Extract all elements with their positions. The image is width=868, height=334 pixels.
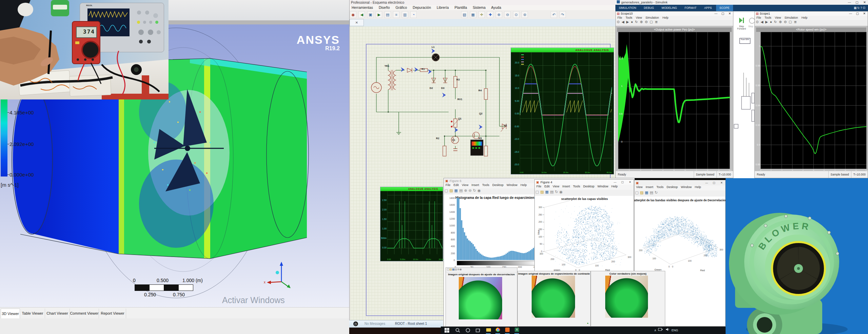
wire-icon[interactable]: ≡ [393, 11, 399, 18]
menu-file[interactable]: File [446, 183, 451, 187]
redo-icon[interactable]: ↷ [559, 11, 566, 18]
maximize-icon[interactable]: ▢ [856, 12, 859, 16]
stop-label[interactable]: Stop [748, 25, 753, 27]
pan-icon[interactable]: ✚ [487, 11, 493, 18]
analogue-analysis-window-1[interactable]: ANALOGUE ANALYSIS 20.015.010.05.000.00-5… [511, 48, 614, 174]
undo-icon[interactable]: ↶ [551, 11, 557, 18]
menu-help[interactable]: Help [663, 16, 668, 19]
search-icon[interactable] [455, 328, 460, 333]
tab-report-viewer[interactable]: Report Viewer [99, 309, 126, 318]
simulink-model-canvas[interactable]: Step Forward Stop Power 60Hz [733, 11, 754, 179]
ribbon-tab-apps[interactable]: APPS [701, 5, 715, 11]
sheet-icon[interactable]: ▤ [384, 11, 391, 18]
menu-desktop[interactable]: Desktop [667, 185, 678, 189]
menu-help[interactable]: Help [611, 185, 618, 188]
analogue-analysis-window-2[interactable]: ANALOGUE ANALYSIS 2.502.001.501.00500m0.… [380, 187, 443, 261]
menu-herramientas[interactable]: Herramientas [352, 5, 373, 10]
menu-libreria[interactable]: Librería [437, 5, 449, 10]
menu-diseno[interactable]: Diseño [379, 5, 390, 10]
ribbon-quick-icons[interactable]: ▦ ↻ ? ⊡ [854, 5, 865, 11]
maximize-icon[interactable]: ▢ [710, 180, 718, 185]
menu-file[interactable]: File [756, 16, 761, 19]
menu-edit[interactable]: Edit [545, 185, 550, 188]
menu-view[interactable]: View [462, 183, 468, 187]
minimize-icon[interactable]: — [848, 0, 851, 5]
figure-decorr-toolbar[interactable]: ▢▨▦▤↻ [634, 190, 725, 197]
close-icon[interactable]: ✕ [718, 180, 725, 185]
maximize-icon[interactable]: ▢ [619, 180, 626, 185]
menu-depuracion[interactable]: Depuración [413, 5, 431, 10]
play-icon[interactable]: ▶ [376, 11, 382, 18]
menu-help[interactable]: Help [802, 16, 807, 19]
grid-icon[interactable]: ▦ [470, 11, 476, 18]
menu-view[interactable]: View [553, 185, 559, 188]
close-icon[interactable]: ✕ [863, 0, 866, 5]
menu-simulation[interactable]: Simulation [785, 16, 798, 19]
menu-help[interactable]: Help [520, 183, 527, 187]
step-forward-icon[interactable] [738, 17, 745, 24]
menu-insert[interactable]: Insert [562, 185, 570, 188]
menu-desktop[interactable]: Desktop [583, 185, 594, 188]
ribbon-tab-format[interactable]: FORMAT [681, 5, 700, 11]
menu-window[interactable]: Window [597, 185, 608, 188]
menu-tools[interactable]: Tools [482, 183, 489, 187]
menu-desktop[interactable]: Desktop [492, 183, 504, 187]
tab-comment-viewer[interactable]: Comment Viewer [70, 309, 99, 318]
page-icon[interactable]: ▧ [461, 11, 468, 18]
step-forward-label2[interactable]: Forward [734, 27, 749, 30]
menu-sistema[interactable]: Sistema [473, 5, 486, 10]
chrome-icon[interactable] [496, 328, 500, 332]
menu-file[interactable]: File [617, 16, 622, 19]
menu-file[interactable]: File [536, 185, 541, 188]
zoom-area-icon[interactable]: ⊙ [513, 11, 519, 18]
menu-edit[interactable]: Edit [454, 183, 459, 187]
tab-chart-viewer[interactable]: Chart Viewer [45, 309, 70, 318]
menu-ayuda[interactable]: Ayuda [491, 5, 501, 10]
rewind-icon[interactable]: ◀ [358, 11, 365, 18]
menu-simulation[interactable]: Simulation [646, 16, 659, 19]
tab-table-viewer[interactable]: Table Viewer [20, 309, 45, 318]
power-block[interactable]: Power 60Hz [739, 38, 750, 44]
speaker-icon[interactable] [666, 328, 670, 331]
zoom-out-icon[interactable]: ⊖ [504, 11, 511, 18]
menu-window[interactable]: Window [507, 183, 517, 187]
ribbon-tab-modeling[interactable]: MODELING [658, 5, 680, 11]
origin-icon[interactable]: ✛ [478, 11, 485, 18]
target-icon[interactable]: ◉ [350, 11, 356, 18]
scope10-plot[interactable] [618, 32, 730, 169]
tray-expand-icon[interactable]: ∧ [654, 329, 656, 332]
zoom-all-icon[interactable]: ⊚ [521, 11, 528, 18]
minimize-icon[interactable]: — [703, 180, 710, 185]
proteus-app-icon[interactable] [505, 328, 510, 332]
maximize-icon[interactable]: ▢ [721, 12, 724, 16]
close-icon[interactable]: ✕ [863, 12, 866, 16]
zoom-in-icon[interactable]: ⊕ [496, 11, 502, 18]
menu-insert[interactable]: Insert [646, 185, 653, 189]
battery-icon[interactable] [658, 328, 663, 331]
menu-view[interactable]: View [775, 16, 781, 19]
menu-window[interactable]: Window [681, 185, 692, 189]
menu-plantilla[interactable]: Plantilla [454, 5, 467, 10]
menu-view[interactable]: View [636, 185, 643, 189]
tab-3d-viewer[interactable]: 3D Viewer [1, 309, 20, 319]
menu-insert[interactable]: Insert [471, 183, 479, 187]
ribbon-tab-simulation[interactable]: SIMULATION [615, 5, 639, 11]
scroll-arrow-icon[interactable]: ▲ [587, 322, 589, 324]
start-button-icon[interactable] [444, 328, 450, 333]
scope1-plot[interactable] [761, 32, 867, 169]
component-icon[interactable]: ▣ [367, 11, 374, 18]
image-window-toolbar[interactable]: ▢▨▦▤⊕◉ [446, 268, 517, 273]
menu-tools[interactable]: Tools [626, 16, 632, 19]
tab-close[interactable]: ✕ [350, 19, 364, 26]
minimize-icon[interactable]: — [611, 180, 619, 185]
language-indicator[interactable]: ENG [671, 329, 678, 332]
menu-grafico[interactable]: Gráfico [396, 5, 407, 10]
file-explorer-icon[interactable] [486, 328, 491, 332]
excel-app-icon[interactable]: X [515, 328, 519, 332]
close-icon[interactable]: ✕ [626, 180, 634, 185]
step-forward-label1[interactable]: Step [734, 25, 749, 27]
menu-tools[interactable]: Tools [765, 16, 771, 19]
scope1-toolbar[interactable]: ⊙◀▶●↻⊕⊖▢≣ [755, 20, 868, 26]
cortana-icon[interactable] [465, 328, 471, 333]
minimize-icon[interactable]: — [714, 12, 717, 16]
